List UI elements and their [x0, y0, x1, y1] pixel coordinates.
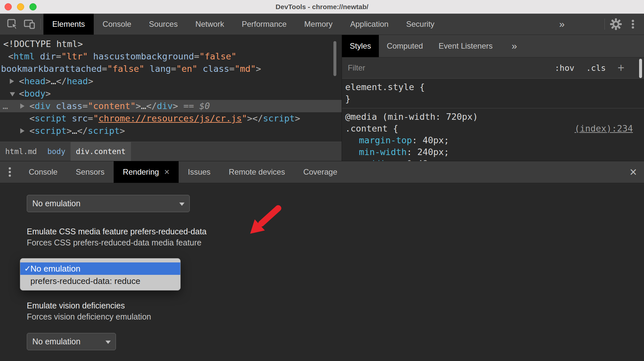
- stylesheet-source-link[interactable]: (index):234: [574, 123, 633, 134]
- drawer-tab-console[interactable]: Console: [20, 161, 67, 183]
- tab-styles[interactable]: Styles: [342, 35, 379, 57]
- style-rule-line[interactable]: min-width: 240px;: [342, 146, 644, 158]
- tab-application[interactable]: Application: [341, 14, 397, 35]
- settings-button[interactable]: [607, 14, 624, 35]
- close-drawer-icon[interactable]: ×: [622, 161, 644, 183]
- code-token: [35, 51, 40, 61]
- main-toolbar: ElementsConsoleSourcesNetworkPerformance…: [0, 14, 644, 35]
- disclosure-collapsed-icon[interactable]: [10, 79, 14, 84]
- tab-memory[interactable]: Memory: [296, 14, 342, 35]
- disclosure-expanded-icon[interactable]: [10, 92, 15, 96]
- code-token: 240px: [417, 147, 444, 157]
- style-rule-line[interactable]: element.style {: [342, 81, 644, 93]
- more-panels-icon[interactable]: »: [552, 14, 572, 35]
- checkmark-icon: ✓: [20, 264, 30, 273]
- toggle-element-state-button[interactable]: :hov: [555, 63, 574, 73]
- style-rule-line[interactable]: @media (min-width: 720px): [342, 111, 644, 123]
- code-token: >: [67, 126, 72, 136]
- tab-computed[interactable]: Computed: [379, 35, 431, 57]
- kebab-menu-icon: [4, 165, 15, 179]
- code-token: ": [242, 113, 247, 123]
- code-token: 40px: [423, 135, 444, 145]
- code-token: =: [194, 51, 199, 61]
- vision-deficiency-select[interactable]: No emulation: [27, 333, 116, 350]
- style-rule-line[interactable]: margin-top: 40px;: [342, 134, 644, 146]
- tab-performance[interactable]: Performance: [233, 14, 295, 35]
- dropdown-option-no-emulation[interactable]: ✓No emulation: [20, 262, 180, 275]
- dom-tree-node[interactable]: <html dir="ltr" hascustombackground="fal…: [0, 50, 342, 63]
- styles-filter-input[interactable]: Filter: [348, 63, 555, 72]
- code-token: "false": [199, 51, 236, 61]
- code-token: script: [35, 113, 67, 123]
- elements-scrollbar[interactable]: [333, 41, 336, 76]
- disclosure-collapsed-icon[interactable]: [20, 128, 24, 133]
- styles-rules-list: element.style {}@media (min-width: 720px…: [342, 79, 644, 161]
- breadcrumb-item-body[interactable]: body: [42, 142, 71, 161]
- setting-title: Emulate CSS media feature prefers-reduce…: [27, 226, 206, 237]
- tab-event-listeners[interactable]: Event Listeners: [431, 35, 500, 57]
- dom-tree-node[interactable]: <!DOCTYPE html>: [0, 38, 342, 50]
- breadcrumb-item-html-md[interactable]: html.md: [0, 142, 42, 161]
- tab-console[interactable]: Console: [94, 14, 140, 35]
- drawer-tab-rendering[interactable]: Rendering×: [114, 161, 179, 183]
- toolbar-divider: [40, 19, 41, 30]
- close-tab-icon[interactable]: ×: [164, 167, 169, 177]
- tab-network[interactable]: Network: [186, 14, 233, 35]
- code-token: [144, 64, 150, 74]
- more-styles-tabs-icon[interactable]: »: [505, 35, 524, 57]
- node-overflow-icon[interactable]: …: [3, 100, 8, 112]
- element-classes-button[interactable]: .cls: [586, 63, 606, 73]
- code-token: <: [29, 113, 35, 123]
- code-token: [198, 64, 203, 74]
- dom-tree-node[interactable]: <body>: [0, 87, 342, 100]
- dom-tree-node[interactable]: …<div class="content">…</div> == $0: [0, 100, 342, 112]
- breadcrumb: html.mdbodydiv.content: [0, 142, 342, 161]
- dropdown-option-prefers-reduced-data-reduce[interactable]: prefers-reduced-data: reduce: [20, 275, 180, 287]
- tab-security[interactable]: Security: [397, 14, 443, 35]
- drawer-tab-remote-devices[interactable]: Remote devices: [220, 161, 294, 183]
- style-rule-line[interactable]: }: [342, 93, 644, 105]
- setting-title: Emulate vision deficiencies: [27, 300, 151, 311]
- tab-label: Console: [103, 20, 131, 29]
- drawer-menu-button[interactable]: [0, 161, 20, 183]
- drawer-tab-coverage[interactable]: Coverage: [294, 161, 346, 183]
- drawer-tab-issues[interactable]: Issues: [179, 161, 219, 183]
- breadcrumb-item-div-content[interactable]: div.content: [71, 142, 131, 161]
- code-token: @media (min-width: 720px): [345, 112, 478, 122]
- style-rule: @media (min-width: 720px).content {(inde…: [342, 108, 644, 161]
- code-token: chrome://resources/js/cr.js: [98, 113, 242, 123]
- dom-tree-node[interactable]: bookmarkbarattached="false" lang="en" cl…: [0, 63, 342, 75]
- new-style-rule-button[interactable]: +: [618, 62, 624, 74]
- dom-tree-node[interactable]: <script>…</script>: [0, 125, 342, 137]
- styles-sidebar: StylesComputedEvent Listeners » Filter :…: [342, 35, 644, 161]
- main-menu-button[interactable]: [624, 14, 641, 35]
- dom-tree-node[interactable]: <script src="chrome://resources/js/cr.js…: [0, 112, 342, 125]
- tab-sources[interactable]: Sources: [140, 14, 186, 35]
- option-label: No emulation: [30, 264, 80, 274]
- code-token: =: [229, 64, 234, 74]
- tab-elements[interactable]: Elements: [43, 14, 94, 35]
- style-rule-line[interactable]: .content {(index):234: [342, 123, 644, 134]
- code-token: >: [45, 88, 51, 99]
- emulation-select-top[interactable]: No emulation: [27, 195, 190, 212]
- tab-label: Event Listeners: [439, 41, 492, 51]
- dropdown-options: ✓No emulationprefers-reduced-data: reduc…: [20, 262, 180, 287]
- code-token: >: [45, 76, 51, 86]
- code-token: :: [396, 159, 407, 161]
- drawer-tab-sensors[interactable]: Sensors: [67, 161, 114, 183]
- styles-scrollbar[interactable]: [639, 59, 642, 78]
- device-toolbar-button[interactable]: [21, 14, 38, 35]
- code-token: element.style {: [345, 82, 425, 92]
- code-token: script: [263, 113, 295, 123]
- inspect-element-button[interactable]: [4, 14, 21, 35]
- tab-label: Network: [195, 20, 224, 29]
- dom-tree-node[interactable]: <head>…</head>: [0, 75, 342, 87]
- style-rule-line[interactable]: padding: 0 48px;: [342, 158, 644, 161]
- tab-label: Elements: [52, 20, 85, 29]
- styles-filter-row: Filter :hov .cls +: [342, 57, 644, 79]
- disclosure-collapsed-icon[interactable]: [20, 103, 24, 109]
- code-token: "false": [107, 64, 144, 74]
- code-token: …: [51, 76, 56, 86]
- code-token: </: [77, 126, 88, 136]
- code-token: :: [412, 135, 423, 145]
